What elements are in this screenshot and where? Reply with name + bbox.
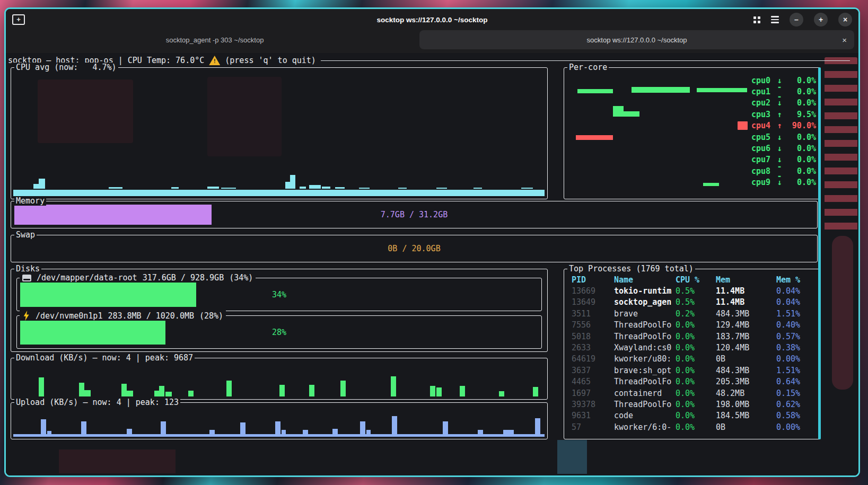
download-bar <box>121 384 127 396</box>
disk-icon <box>22 275 31 281</box>
process-row: 3511brave0.2%484.3MB1.51% <box>572 308 817 319</box>
download-bar <box>279 385 285 396</box>
process-pmemp: 1.51% <box>776 309 817 319</box>
disks-panel: Disks /dev/mapper/data-root317.6GB / 928… <box>11 269 548 352</box>
core-value: 0.0% <box>788 133 816 142</box>
upload-bar <box>282 430 286 434</box>
process-pname: tokio-runtim <box>614 286 676 296</box>
process-pid: 1697 <box>572 389 614 398</box>
process-pid: 13669 <box>572 286 614 296</box>
cpu-spike <box>207 187 219 189</box>
core-trend-icon: ↓ <box>775 178 784 187</box>
download-bar <box>436 387 442 396</box>
swap-title: Swap <box>14 230 37 240</box>
process-pcpu: 0.0% <box>676 354 716 364</box>
process-pcpu: 0.2% <box>676 309 716 319</box>
upload-bar <box>503 430 514 434</box>
process-pmem: 205.3MB <box>716 377 776 386</box>
core-row: cpu3↑9.5% <box>738 109 816 120</box>
core-row: cpu1--0.0% <box>738 86 816 97</box>
cpu-spike <box>309 185 321 189</box>
download-bar <box>84 390 91 396</box>
cpu-avg-graph <box>13 69 545 197</box>
process-pcpu: 0.0% <box>676 320 716 330</box>
process-pmemp: 0.15% <box>776 389 817 398</box>
process-pname: kworker/u80: <box>614 354 676 364</box>
download-bar <box>533 387 538 396</box>
core-row: cpu8--0.0% <box>738 165 816 177</box>
download-bar <box>165 392 172 396</box>
menu-button[interactable] <box>771 16 779 23</box>
maximize-button[interactable]: + <box>814 13 828 27</box>
core-row: cpu2↓0.0% <box>738 98 816 109</box>
disk-percent: (28%) <box>199 311 223 321</box>
core-trend-icon: ↓ <box>775 144 784 153</box>
process-pmemp: 0.57% <box>776 332 817 341</box>
process-pmem: 183.7MB <box>716 332 776 341</box>
process-pid: 57 <box>572 422 614 432</box>
cpu-spike <box>359 188 370 189</box>
core-row: cpu4↑90.0% <box>738 120 816 131</box>
upload-bar <box>240 422 246 434</box>
core-value: 9.5% <box>788 110 816 119</box>
download-bar <box>499 391 504 396</box>
process-pid: 5018 <box>572 332 614 341</box>
plus-icon: + <box>16 16 21 23</box>
upload-bar <box>275 421 280 434</box>
process-row: 4465ThreadPoolFo0.0%205.3MB0.64% <box>572 376 817 387</box>
process-pname: ThreadPoolFo <box>614 377 676 386</box>
minimize-button[interactable]: – <box>790 13 803 27</box>
core-value: 0.0% <box>788 87 816 96</box>
process-pname: ThreadPoolFo <box>614 320 676 330</box>
disks-title: Disks <box>14 264 41 274</box>
tab-socktop-agent[interactable]: socktop_agent -p 303 ~/socktop <box>10 30 419 49</box>
process-pmem: 0B <box>716 422 776 432</box>
core-name: cpu2 <box>751 98 770 108</box>
core-graph-segment <box>576 135 613 140</box>
process-pname: ThreadPoolFo <box>614 332 676 341</box>
disk-data-root: /dev/mapper/data-root317.6GB / 928.9GB(3… <box>16 278 542 311</box>
tab-close-icon[interactable]: × <box>842 36 847 45</box>
core-graph-segment <box>577 89 613 93</box>
process-row: 39378ThreadPoolFo0.0%198.0MB0.62% <box>572 399 817 410</box>
process-pid: 64619 <box>572 354 614 364</box>
cpu-spike <box>335 187 345 189</box>
tab-bar: socktop_agent -p 303 ~/socktop socktop w… <box>6 30 858 53</box>
backdrop-decal <box>825 57 857 232</box>
upload-graph <box>13 404 545 437</box>
process-pmemp: 1.51% <box>776 366 817 375</box>
terminal-scrollbar[interactable] <box>818 67 821 439</box>
cpu-spike <box>300 187 306 189</box>
per-core-title: Per-core <box>567 63 609 72</box>
download-bar <box>39 377 44 396</box>
process-pcpu: 0.0% <box>676 343 716 352</box>
core-row: cpu5↓0.0% <box>738 131 816 143</box>
upload-bar <box>47 431 51 434</box>
upload-bar <box>332 429 338 434</box>
upload-bar <box>366 430 371 434</box>
cpu-avg-panel: CPU avg (now: 4.7%) <box>11 67 548 199</box>
process-pmemp: 0.00% <box>776 422 817 432</box>
terminal-screen[interactable]: socktop — host: pop-os | CPU Temp: 76.0°… <box>6 53 858 475</box>
download-bar <box>460 386 465 396</box>
process-pid: 2633 <box>572 343 614 352</box>
process-row: 5018ThreadPoolFo0.0%183.7MB0.57% <box>572 331 817 342</box>
core-alert-marker <box>738 121 748 130</box>
processes-panel: Top Processes (1769 total) PID Name CPU … <box>564 269 820 439</box>
disk-name: /dev/nvme0n1p1 <box>36 311 102 321</box>
core-name: cpu6 <box>751 144 770 153</box>
warning-icon: ! <box>209 56 220 65</box>
tab-socktop-active[interactable]: socktop ws://127.0.0.0 ~/socktop × <box>419 30 854 49</box>
memory-title: Memory <box>14 196 46 206</box>
process-pmem: 198.0MB <box>716 400 776 409</box>
download-bar <box>340 381 346 396</box>
backdrop-decal <box>832 236 853 390</box>
new-tab-button[interactable]: + <box>12 14 25 25</box>
process-pname: containerd <box>614 389 676 398</box>
upload-bar <box>41 419 46 434</box>
tab-overview-button[interactable] <box>753 16 760 23</box>
close-button[interactable]: × <box>838 13 852 27</box>
process-pmem: 48.2MB <box>716 389 776 398</box>
process-pname: brave <box>614 309 676 319</box>
upload-panel: Upload (KB/s) — now: 4 | peak: 123 <box>11 402 548 439</box>
